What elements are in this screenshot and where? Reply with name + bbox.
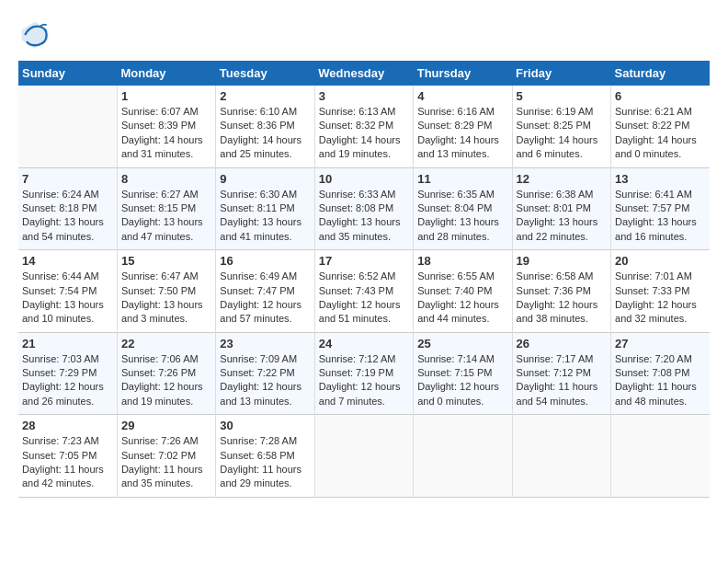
- day-number: 5: [517, 89, 607, 103]
- calendar-cell: 13Sunrise: 6:41 AM Sunset: 7:57 PM Dayli…: [611, 167, 710, 250]
- calendar-week-3: 14Sunrise: 6:44 AM Sunset: 7:54 PM Dayli…: [18, 250, 710, 333]
- day-number: 24: [319, 337, 409, 350]
- calendar-cell: 6Sunrise: 6:21 AM Sunset: 8:22 PM Daylig…: [611, 86, 710, 167]
- day-number: 4: [417, 89, 507, 103]
- day-number: 8: [121, 172, 211, 186]
- day-number: 27: [615, 337, 706, 350]
- day-info: Sunrise: 6:24 AM Sunset: 8:18 PM Dayligh…: [22, 188, 113, 245]
- day-info: Sunrise: 6:38 AM Sunset: 8:01 PM Dayligh…: [517, 188, 607, 245]
- day-number: 28: [22, 419, 113, 432]
- calendar-week-5: 28Sunrise: 7:23 AM Sunset: 7:05 PM Dayli…: [18, 415, 710, 498]
- day-number: 25: [417, 337, 507, 350]
- calendar-cell: [314, 415, 413, 498]
- day-number: 9: [220, 172, 310, 186]
- day-number: 20: [615, 254, 706, 268]
- day-info: Sunrise: 6:44 AM Sunset: 7:54 PM Dayligh…: [22, 270, 113, 327]
- calendar-cell: 10Sunrise: 6:33 AM Sunset: 8:08 PM Dayli…: [314, 167, 413, 250]
- logo-icon: [18, 18, 51, 52]
- column-header-saturday: Saturday: [611, 61, 710, 86]
- calendar-header-row: SundayMondayTuesdayWednesdayThursdayFrid…: [18, 61, 710, 86]
- day-info: Sunrise: 7:26 AM Sunset: 7:02 PM Dayligh…: [121, 434, 211, 491]
- column-header-wednesday: Wednesday: [314, 61, 413, 86]
- calendar-cell: 24Sunrise: 7:12 AM Sunset: 7:19 PM Dayli…: [314, 332, 413, 415]
- day-info: Sunrise: 6:49 AM Sunset: 7:47 PM Dayligh…: [220, 270, 310, 327]
- day-number: 17: [319, 254, 409, 268]
- calendar-cell: 19Sunrise: 6:58 AM Sunset: 7:36 PM Dayli…: [512, 250, 610, 333]
- day-number: 6: [615, 89, 706, 103]
- day-number: 21: [22, 337, 113, 350]
- day-number: 13: [615, 172, 706, 186]
- calendar-cell: 30Sunrise: 7:28 AM Sunset: 6:58 PM Dayli…: [216, 415, 314, 498]
- calendar-week-2: 7Sunrise: 6:24 AM Sunset: 8:18 PM Daylig…: [18, 167, 710, 250]
- day-info: Sunrise: 6:21 AM Sunset: 8:22 PM Dayligh…: [615, 105, 706, 162]
- calendar-cell: [414, 415, 512, 498]
- day-number: 29: [121, 419, 211, 432]
- day-info: Sunrise: 6:47 AM Sunset: 7:50 PM Dayligh…: [121, 270, 211, 327]
- day-info: Sunrise: 7:20 AM Sunset: 7:08 PM Dayligh…: [615, 352, 706, 409]
- calendar-cell: 5Sunrise: 6:19 AM Sunset: 8:25 PM Daylig…: [512, 86, 610, 167]
- calendar-cell: 25Sunrise: 7:14 AM Sunset: 7:15 PM Dayli…: [414, 332, 512, 415]
- column-header-monday: Monday: [117, 61, 215, 86]
- calendar-cell: [611, 415, 710, 498]
- day-number: 12: [517, 172, 607, 186]
- calendar-cell: 26Sunrise: 7:17 AM Sunset: 7:12 PM Dayli…: [512, 332, 610, 415]
- column-header-friday: Friday: [512, 61, 610, 86]
- day-number: 7: [22, 172, 113, 186]
- day-info: Sunrise: 7:17 AM Sunset: 7:12 PM Dayligh…: [517, 352, 607, 409]
- calendar-cell: 9Sunrise: 6:30 AM Sunset: 8:11 PM Daylig…: [216, 167, 314, 250]
- page-header: [18, 18, 710, 52]
- day-info: Sunrise: 7:06 AM Sunset: 7:26 PM Dayligh…: [121, 352, 211, 409]
- column-header-thursday: Thursday: [414, 61, 512, 86]
- calendar-cell: 14Sunrise: 6:44 AM Sunset: 7:54 PM Dayli…: [18, 250, 117, 333]
- day-info: Sunrise: 6:41 AM Sunset: 7:57 PM Dayligh…: [615, 188, 706, 245]
- day-info: Sunrise: 6:33 AM Sunset: 8:08 PM Dayligh…: [319, 188, 409, 245]
- day-number: 3: [319, 89, 409, 103]
- calendar-week-1: 1Sunrise: 6:07 AM Sunset: 8:39 PM Daylig…: [18, 86, 710, 167]
- day-info: Sunrise: 6:10 AM Sunset: 8:36 PM Dayligh…: [220, 105, 310, 162]
- calendar-cell: 2Sunrise: 6:10 AM Sunset: 8:36 PM Daylig…: [216, 86, 314, 167]
- calendar-cell: 11Sunrise: 6:35 AM Sunset: 8:04 PM Dayli…: [414, 167, 512, 250]
- calendar-cell: 8Sunrise: 6:27 AM Sunset: 8:15 PM Daylig…: [117, 167, 215, 250]
- day-info: Sunrise: 6:07 AM Sunset: 8:39 PM Dayligh…: [121, 105, 211, 162]
- day-number: 14: [22, 254, 113, 268]
- day-info: Sunrise: 6:55 AM Sunset: 7:40 PM Dayligh…: [417, 270, 507, 327]
- day-info: Sunrise: 7:01 AM Sunset: 7:33 PM Dayligh…: [615, 270, 706, 327]
- calendar-table: SundayMondayTuesdayWednesdayThursdayFrid…: [18, 61, 710, 498]
- day-number: 22: [121, 337, 211, 350]
- calendar-cell: 4Sunrise: 6:16 AM Sunset: 8:29 PM Daylig…: [414, 86, 512, 167]
- day-info: Sunrise: 6:16 AM Sunset: 8:29 PM Dayligh…: [417, 105, 507, 162]
- day-info: Sunrise: 7:09 AM Sunset: 7:22 PM Dayligh…: [220, 352, 310, 409]
- column-header-tuesday: Tuesday: [216, 61, 314, 86]
- day-info: Sunrise: 6:30 AM Sunset: 8:11 PM Dayligh…: [220, 188, 310, 245]
- day-info: Sunrise: 7:28 AM Sunset: 6:58 PM Dayligh…: [220, 434, 310, 491]
- day-info: Sunrise: 7:14 AM Sunset: 7:15 PM Dayligh…: [417, 352, 507, 409]
- day-number: 23: [220, 337, 310, 350]
- day-info: Sunrise: 6:27 AM Sunset: 8:15 PM Dayligh…: [121, 188, 211, 245]
- day-number: 2: [220, 89, 310, 103]
- calendar-cell: 23Sunrise: 7:09 AM Sunset: 7:22 PM Dayli…: [216, 332, 314, 415]
- column-header-sunday: Sunday: [18, 61, 117, 86]
- logo: [18, 18, 57, 52]
- calendar-cell: [512, 415, 610, 498]
- calendar-cell: 3Sunrise: 6:13 AM Sunset: 8:32 PM Daylig…: [314, 86, 413, 167]
- day-number: 11: [417, 172, 507, 186]
- calendar-cell: 29Sunrise: 7:26 AM Sunset: 7:02 PM Dayli…: [117, 415, 215, 498]
- calendar-cell: 15Sunrise: 6:47 AM Sunset: 7:50 PM Dayli…: [117, 250, 215, 333]
- day-number: 15: [121, 254, 211, 268]
- day-info: Sunrise: 7:03 AM Sunset: 7:29 PM Dayligh…: [22, 352, 113, 409]
- day-number: 19: [517, 254, 607, 268]
- calendar-week-4: 21Sunrise: 7:03 AM Sunset: 7:29 PM Dayli…: [18, 332, 710, 415]
- day-info: Sunrise: 7:23 AM Sunset: 7:05 PM Dayligh…: [22, 434, 113, 491]
- day-number: 1: [121, 89, 211, 103]
- calendar-cell: 12Sunrise: 6:38 AM Sunset: 8:01 PM Dayli…: [512, 167, 610, 250]
- day-info: Sunrise: 6:13 AM Sunset: 8:32 PM Dayligh…: [319, 105, 409, 162]
- day-info: Sunrise: 6:35 AM Sunset: 8:04 PM Dayligh…: [417, 188, 507, 245]
- day-number: 30: [220, 419, 310, 432]
- calendar-cell: 20Sunrise: 7:01 AM Sunset: 7:33 PM Dayli…: [611, 250, 710, 333]
- day-info: Sunrise: 6:58 AM Sunset: 7:36 PM Dayligh…: [517, 270, 607, 327]
- calendar-cell: 16Sunrise: 6:49 AM Sunset: 7:47 PM Dayli…: [216, 250, 314, 333]
- calendar-cell: 1Sunrise: 6:07 AM Sunset: 8:39 PM Daylig…: [117, 86, 215, 167]
- calendar-cell: 21Sunrise: 7:03 AM Sunset: 7:29 PM Dayli…: [18, 332, 117, 415]
- day-info: Sunrise: 7:12 AM Sunset: 7:19 PM Dayligh…: [319, 352, 409, 409]
- day-info: Sunrise: 6:19 AM Sunset: 8:25 PM Dayligh…: [517, 105, 607, 162]
